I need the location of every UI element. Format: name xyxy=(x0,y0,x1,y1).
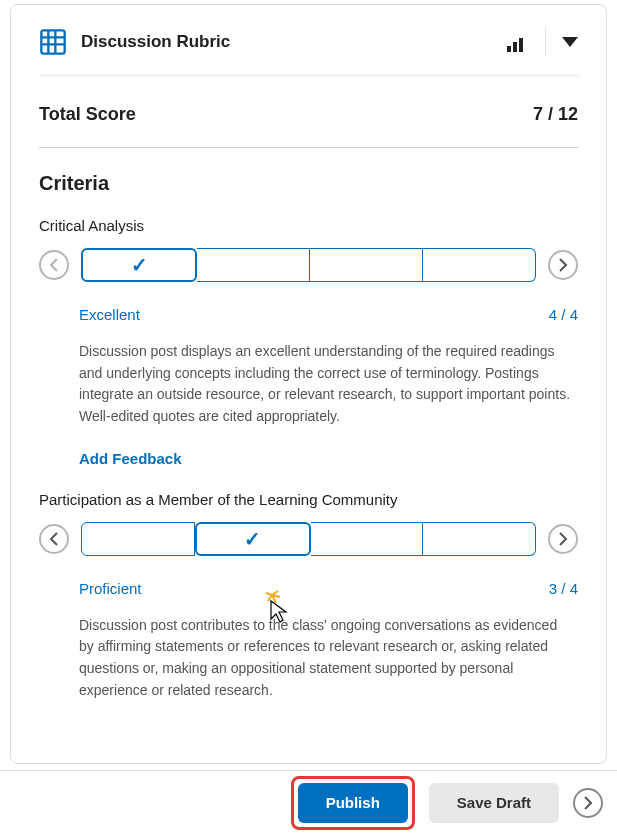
save-draft-button[interactable]: Save Draft xyxy=(429,783,559,823)
level-selector-row: ✓ xyxy=(39,522,578,556)
next-level-button[interactable] xyxy=(548,524,578,554)
level-cell[interactable]: ✓ xyxy=(195,522,311,556)
criterion-title: Critical Analysis xyxy=(39,199,578,248)
criteria-heading: Criteria xyxy=(39,148,578,199)
level-cell[interactable] xyxy=(423,522,536,556)
level-score: 3 / 4 xyxy=(549,580,578,597)
level-label: Proficient xyxy=(79,580,142,597)
level-cell[interactable] xyxy=(81,522,195,556)
stats-icon[interactable] xyxy=(507,32,527,52)
level-score: 4 / 4 xyxy=(549,306,578,323)
level-cell[interactable]: ✓ xyxy=(81,248,197,282)
next-page-button[interactable] xyxy=(573,788,603,818)
criterion-title: Participation as a Member of the Learnin… xyxy=(39,473,578,522)
add-feedback-link[interactable]: Add Feedback xyxy=(79,428,182,473)
prev-level-button[interactable] xyxy=(39,250,69,280)
level-cell[interactable] xyxy=(311,522,424,556)
divider xyxy=(545,27,546,57)
total-score-row: Total Score 7 / 12 xyxy=(39,76,578,148)
check-icon: ✓ xyxy=(244,527,261,551)
level-cell[interactable] xyxy=(423,248,536,282)
level-bar: ✓ xyxy=(81,522,536,556)
publish-button[interactable]: Publish xyxy=(298,783,408,823)
level-label: Excellent xyxy=(79,306,140,323)
level-cell[interactable] xyxy=(310,248,423,282)
level-bar: ✓ xyxy=(81,248,536,282)
total-score-value: 7 / 12 xyxy=(533,104,578,125)
prev-level-button[interactable] xyxy=(39,524,69,554)
rubric-header: Discussion Rubric xyxy=(39,27,578,76)
total-score-label: Total Score xyxy=(39,104,136,125)
level-description: Discussion post contributes to the class… xyxy=(79,615,578,702)
next-level-button[interactable] xyxy=(548,250,578,280)
footer-bar: Publish Save Draft xyxy=(0,770,617,834)
criterion-detail: Proficient 3 / 4 Discussion post contrib… xyxy=(39,556,578,702)
level-selector-row: ✓ xyxy=(39,248,578,282)
criterion-detail: Excellent 4 / 4 Discussion post displays… xyxy=(39,282,578,473)
rubric-title: Discussion Rubric xyxy=(81,32,507,52)
collapse-icon[interactable] xyxy=(562,37,578,47)
publish-highlight: Publish xyxy=(291,776,415,830)
svg-rect-0 xyxy=(41,30,64,53)
check-icon: ✓ xyxy=(131,253,148,277)
level-description: Discussion post displays an excellent un… xyxy=(79,341,578,428)
rubric-grid-icon xyxy=(39,28,67,56)
rubric-panel: Discussion Rubric Total Score 7 / 12 Cri… xyxy=(10,4,607,764)
level-cell[interactable] xyxy=(197,248,310,282)
